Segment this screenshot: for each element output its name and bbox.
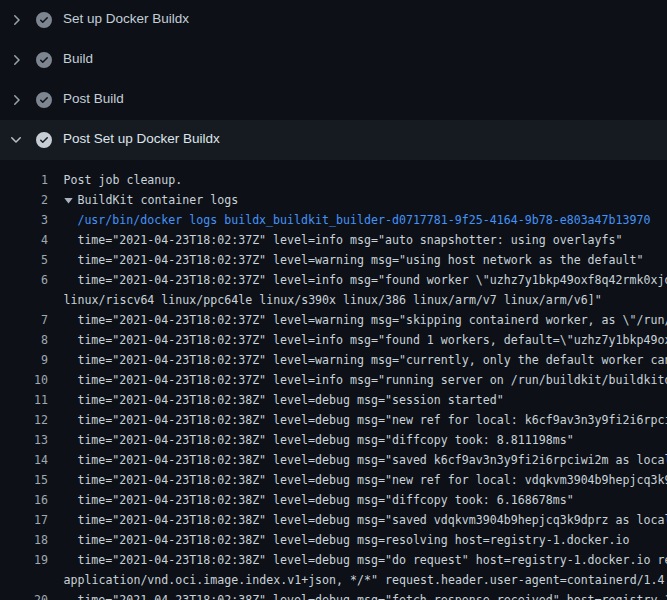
line-number[interactable]: 15 bbox=[0, 470, 48, 490]
log-line: 9 time="2021-04-23T18:02:37Z" level=warn… bbox=[0, 350, 667, 370]
line-text: BuildKit container logs bbox=[64, 190, 239, 210]
line-text: time="2021-04-23T18:02:37Z" level=warnin… bbox=[77, 250, 643, 270]
line-number[interactable]: 3 bbox=[0, 210, 48, 230]
line-number[interactable]: 20 bbox=[0, 590, 48, 600]
line-text: time="2021-04-23T18:02:38Z" level=debug … bbox=[77, 530, 629, 550]
log-line: 10 time="2021-04-23T18:02:37Z" level=inf… bbox=[0, 370, 667, 390]
log-line: 12 time="2021-04-23T18:02:38Z" level=deb… bbox=[0, 410, 667, 430]
log-line: linux/riscv64 linux/ppc64le linux/s390x … bbox=[0, 290, 667, 310]
line-text: application/vnd.oci.image.index.v1+json,… bbox=[64, 570, 667, 590]
chevron-icon bbox=[8, 52, 24, 68]
log-line: 3 /usr/bin/docker logs buildx_buildkit_b… bbox=[0, 210, 667, 230]
chevron-icon bbox=[8, 92, 24, 108]
line-number[interactable]: 13 bbox=[0, 430, 48, 450]
step-row-1[interactable]: Set up Docker Buildx bbox=[0, 0, 667, 40]
line-number[interactable]: 16 bbox=[0, 490, 48, 510]
log-line: 4 time="2021-04-23T18:02:37Z" level=info… bbox=[0, 230, 667, 250]
line-text: linux/riscv64 linux/ppc64le linux/s390x … bbox=[64, 290, 602, 310]
log-line: 7 time="2021-04-23T18:02:37Z" level=warn… bbox=[0, 310, 667, 330]
line-number[interactable]: 17 bbox=[0, 510, 48, 530]
line-number[interactable] bbox=[0, 570, 48, 590]
log-line: 13 time="2021-04-23T18:02:38Z" level=deb… bbox=[0, 430, 667, 450]
log-line: 6 time="2021-04-23T18:02:37Z" level=info… bbox=[0, 270, 667, 290]
line-text: time="2021-04-23T18:02:37Z" level=info m… bbox=[77, 230, 622, 250]
log-area: 1 Post job cleanup. 2 BuildKit container… bbox=[0, 160, 667, 600]
line-number[interactable]: 6 bbox=[0, 270, 48, 290]
line-number[interactable]: 2 bbox=[0, 190, 48, 210]
log-line: 20 time="2021-04-23T18:02:38Z" level=deb… bbox=[0, 590, 667, 600]
log-line: 18 time="2021-04-23T18:02:38Z" level=deb… bbox=[0, 530, 667, 550]
line-text: time="2021-04-23T18:02:38Z" level=debug … bbox=[77, 490, 573, 510]
step-row-4[interactable]: Post Set up Docker Buildx bbox=[0, 120, 667, 160]
log-line: 8 time="2021-04-23T18:02:37Z" level=info… bbox=[0, 330, 667, 350]
line-number[interactable]: 19 bbox=[0, 550, 48, 570]
log-line: 16 time="2021-04-23T18:02:38Z" level=deb… bbox=[0, 490, 667, 510]
line-number[interactable]: 14 bbox=[0, 450, 48, 470]
line-number[interactable]: 5 bbox=[0, 250, 48, 270]
step-row-3[interactable]: Post Build bbox=[0, 80, 667, 120]
line-number[interactable]: 18 bbox=[0, 530, 48, 550]
log-line: 2 BuildKit container logs bbox=[0, 190, 667, 210]
command-line-text: /usr/bin/docker logs buildx_buildkit_bui… bbox=[77, 210, 650, 230]
line-number[interactable]: 4 bbox=[0, 230, 48, 250]
line-text: time="2021-04-23T18:02:38Z" level=debug … bbox=[77, 410, 667, 430]
steps-list: Set up Docker Buildx Build Post bbox=[0, 0, 667, 160]
log-line: application/vnd.oci.image.index.v1+json,… bbox=[0, 570, 667, 590]
log-line: 15 time="2021-04-23T18:02:38Z" level=deb… bbox=[0, 470, 667, 490]
line-text: time="2021-04-23T18:02:38Z" level=debug … bbox=[77, 390, 503, 410]
step-label: Build bbox=[63, 51, 93, 66]
step-label: Post Build bbox=[63, 91, 124, 106]
job-steps-log: Set up Docker Buildx Build Post bbox=[0, 0, 667, 600]
line-number[interactable]: 1 bbox=[0, 170, 48, 190]
check-circle-icon bbox=[36, 52, 52, 68]
line-number[interactable]: 8 bbox=[0, 330, 48, 350]
line-number[interactable]: 7 bbox=[0, 310, 48, 330]
line-number[interactable]: 10 bbox=[0, 370, 48, 390]
step-row-2[interactable]: Build bbox=[0, 40, 667, 80]
log-line: 5 time="2021-04-23T18:02:37Z" level=warn… bbox=[0, 250, 667, 270]
log-line: 14 time="2021-04-23T18:02:38Z" level=deb… bbox=[0, 450, 667, 470]
step-label: Set up Docker Buildx bbox=[63, 11, 189, 26]
check-circle-icon bbox=[36, 92, 52, 108]
line-text: time="2021-04-23T18:02:37Z" level=info m… bbox=[77, 370, 667, 390]
line-text: Post job cleanup. bbox=[64, 170, 183, 190]
line-text: time="2021-04-23T18:02:38Z" level=debug … bbox=[77, 450, 667, 470]
line-text: time="2021-04-23T18:02:38Z" level=debug … bbox=[77, 430, 573, 450]
check-circle-icon bbox=[36, 12, 52, 28]
group-caret-icon[interactable] bbox=[64, 190, 78, 210]
line-text: time="2021-04-23T18:02:37Z" level=info m… bbox=[77, 270, 667, 290]
line-text: time="2021-04-23T18:02:37Z" level=info m… bbox=[77, 330, 667, 350]
line-text: time="2021-04-23T18:02:38Z" level=debug … bbox=[77, 550, 667, 570]
log-line: 1 Post job cleanup. bbox=[0, 170, 667, 190]
log-line: 11 time="2021-04-23T18:02:38Z" level=deb… bbox=[0, 390, 667, 410]
line-number[interactable]: 12 bbox=[0, 410, 48, 430]
line-text: time="2021-04-23T18:02:37Z" level=warnin… bbox=[77, 350, 667, 370]
step-label: Post Set up Docker Buildx bbox=[63, 131, 220, 146]
line-number[interactable] bbox=[0, 290, 48, 310]
log-line: 19 time="2021-04-23T18:02:38Z" level=deb… bbox=[0, 550, 667, 570]
log-line: 17 time="2021-04-23T18:02:38Z" level=deb… bbox=[0, 510, 667, 530]
chevron-icon bbox=[8, 132, 24, 148]
line-text: time="2021-04-23T18:02:38Z" level=debug … bbox=[77, 510, 667, 530]
line-text: time="2021-04-23T18:02:38Z" level=debug … bbox=[77, 470, 667, 490]
line-text: time="2021-04-23T18:02:37Z" level=warnin… bbox=[77, 310, 667, 330]
chevron-icon bbox=[8, 12, 24, 28]
line-number[interactable]: 9 bbox=[0, 350, 48, 370]
line-text: time="2021-04-23T18:02:38Z" level=debug … bbox=[77, 590, 667, 600]
line-number[interactable]: 11 bbox=[0, 390, 48, 410]
check-circle-icon bbox=[36, 132, 52, 148]
